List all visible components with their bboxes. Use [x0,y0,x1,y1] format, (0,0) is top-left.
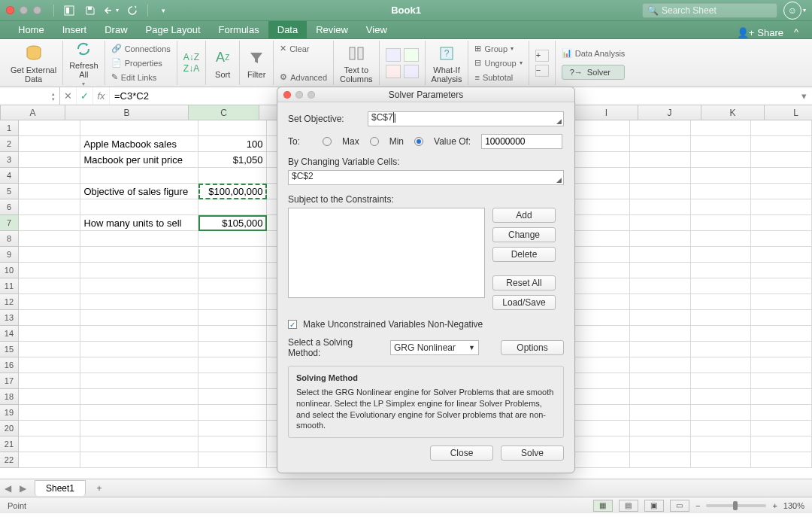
close-window-icon[interactable] [6,6,14,14]
cell[interactable] [19,215,81,231]
cell[interactable] [751,152,812,168]
row-header[interactable]: 13 [0,310,19,326]
range-picker-icon[interactable]: ◢ [556,117,562,125]
cell[interactable] [198,405,266,421]
radio-min[interactable] [370,137,379,146]
col-header-c[interactable]: C [189,105,259,120]
tab-view[interactable]: View [357,21,396,38]
cell[interactable] [630,421,691,436]
solver-button[interactable]: ?→Solver [562,65,626,80]
get-external-data-button[interactable]: Get External Data [11,43,56,84]
change-constraint-button[interactable]: Change [492,227,556,242]
zoom-in-icon[interactable]: + [772,501,777,510]
tab-data[interactable]: Data [268,21,307,38]
cell[interactable] [19,294,81,310]
cell[interactable] [198,421,266,436]
data-analysis-button[interactable]: 📊Data Analysis [562,47,626,60]
redo-icon[interactable] [123,3,141,18]
cell[interactable] [751,310,812,326]
row-header[interactable]: 18 [0,389,19,405]
cell[interactable] [198,357,266,373]
row-header[interactable]: 21 [0,436,19,452]
range-picker-icon-2[interactable]: ◢ [556,176,562,184]
cell[interactable] [80,231,198,247]
page-layout-view-icon[interactable]: ▤ [619,500,638,512]
cell[interactable] [691,326,752,342]
reset-all-button[interactable]: Reset All [492,275,556,290]
collapse-ribbon-icon[interactable]: ^ [789,25,803,38]
cell[interactable] [570,436,631,452]
cell[interactable] [751,405,812,421]
cell[interactable] [80,405,198,421]
cell[interactable] [691,152,752,168]
cell[interactable] [751,421,812,436]
cell[interactable] [570,452,631,468]
cell[interactable] [198,436,266,452]
cell[interactable] [198,373,266,389]
cell[interactable] [80,436,198,452]
cell[interactable] [691,184,752,199]
cell[interactable] [570,263,631,278]
cell[interactable] [19,342,81,357]
row-header[interactable]: 12 [0,294,19,310]
cell[interactable] [691,199,752,215]
maximize-window-icon[interactable] [33,6,41,14]
whatif-button[interactable]: ? What-If Analysis [432,43,462,84]
cell[interactable] [198,120,266,136]
options-button[interactable]: Options [501,340,564,355]
cell[interactable] [691,231,752,247]
next-sheet-icon[interactable]: ▶ [15,479,30,497]
cell[interactable] [19,247,81,263]
cell[interactable]: $1,050 [198,152,266,168]
row-header[interactable]: 22 [0,452,19,468]
ungroup-button[interactable]: ⊟Ungroup▾ [474,56,522,70]
cell[interactable] [630,120,691,136]
sort-button[interactable]: AZ Sort [212,47,233,79]
cell[interactable] [570,421,631,436]
dialog-close-icon[interactable] [283,91,291,99]
cell[interactable] [19,389,81,405]
cell[interactable] [691,215,752,231]
dialog-titlebar[interactable]: Solver Parameters [277,87,574,102]
feedback-caret-icon[interactable]: ▾ [803,7,806,14]
cell[interactable] [198,326,266,342]
cell[interactable] [198,452,266,468]
cell[interactable] [570,215,631,231]
cell[interactable] [630,231,691,247]
cell[interactable] [751,184,812,199]
cell[interactable] [570,231,631,247]
cell[interactable] [80,263,198,278]
cell[interactable] [751,199,812,215]
cell[interactable] [19,199,81,215]
radio-max[interactable] [323,137,332,146]
cell[interactable] [630,136,691,152]
cell[interactable] [198,168,266,184]
cell[interactable] [751,215,812,231]
cell[interactable] [691,421,752,436]
row-header[interactable]: 9 [0,247,19,263]
cell[interactable] [570,199,631,215]
cell[interactable] [198,231,266,247]
enter-formula-icon[interactable]: ✓ [77,87,93,105]
cell[interactable] [19,357,81,373]
cell[interactable] [19,326,81,342]
tab-insert[interactable]: Insert [53,21,96,38]
row-header[interactable]: 2 [0,136,19,152]
cell[interactable] [751,136,812,152]
cell[interactable] [80,421,198,436]
col-header-l[interactable]: L [765,105,812,120]
filter-button[interactable]: Filter [246,47,267,79]
cell[interactable] [198,263,266,278]
cell[interactable] [691,263,752,278]
zoom-level[interactable]: 130% [783,501,804,510]
prev-sheet-icon[interactable]: ◀ [0,479,15,497]
cell[interactable] [570,294,631,310]
row-header[interactable]: 1 [0,120,19,136]
zoom-slider[interactable] [706,504,766,507]
cell[interactable] [751,436,812,452]
hide-detail-icon[interactable]: − [535,65,549,77]
flash-fill-icon[interactable] [386,48,401,62]
cell[interactable] [630,389,691,405]
cell[interactable] [198,199,266,215]
customize-qat-icon[interactable]: ▾ [154,3,172,18]
